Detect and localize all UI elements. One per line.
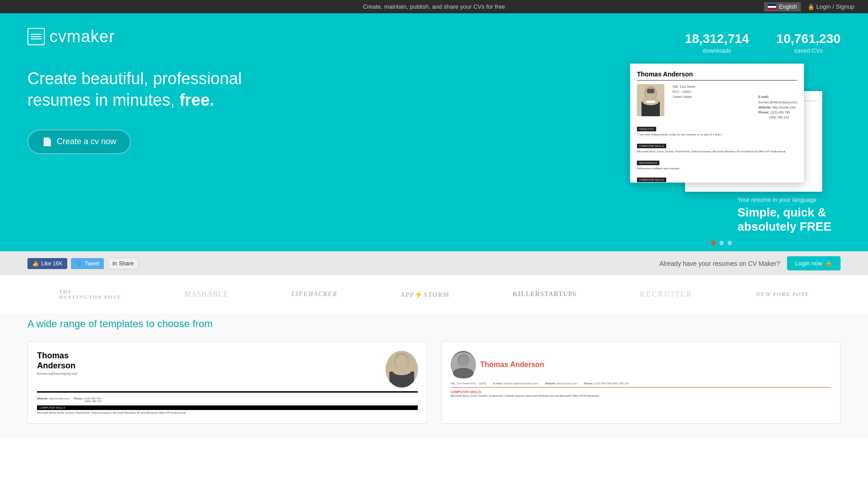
social-buttons: 👍 Like 16K 🐦 Tweet in Share <box>27 258 139 270</box>
logo-line-2 <box>31 36 42 37</box>
logo-line-3 <box>31 38 42 39</box>
cv-main-info: 956, 31st StreetNYC - 10001United States… <box>669 84 797 120</box>
flag-icon <box>768 4 776 10</box>
create-cv-button[interactable]: 📄 Create a cv now <box>27 129 131 154</box>
stat-downloads: 18,312,714 downloads <box>685 32 749 54</box>
logo-line-1 <box>31 34 42 35</box>
create-btn-icon: 📄 <box>42 137 52 147</box>
login-cta-text: Already have your resumes on CV Maker? <box>659 260 780 267</box>
hero-content: Create beautiful, professional resumes i… <box>27 68 841 245</box>
dot-2[interactable] <box>719 241 724 245</box>
login-signup-link[interactable]: 🔒 Login / Signup <box>808 3 854 10</box>
tpl2-phone-val: Phone: (123) 456 789 (456) 789 125 <box>584 382 629 385</box>
twitter-tweet-button[interactable]: 🐦 Tweet <box>71 258 104 269</box>
tpl2-name-area: Thomas Anderson <box>480 361 545 369</box>
facebook-icon: 👍 <box>32 260 39 267</box>
templates-title-highlight: templates <box>100 318 143 329</box>
linkedin-share-button[interactable]: in Share <box>108 258 139 270</box>
skills-bar: COMPUTER SKILLS <box>637 144 666 148</box>
cv-address: 956, 31st StreetNYC - 10001United States… <box>673 84 797 100</box>
svg-rect-16 <box>453 368 474 378</box>
press-recruiter: Recruiter <box>640 290 693 298</box>
cv-section-objective: OBJECTIVE “I can work independently usin… <box>637 124 797 137</box>
top-bar: Create, maintain, publish, and share you… <box>0 0 868 13</box>
templates-title-part2: to choose from <box>143 318 213 329</box>
press-lifehacker: lifehacker <box>291 291 337 298</box>
tpl2-section-label: COMPUTER SKILLS <box>451 390 831 394</box>
skills-text: Microsoft Word, Excel, Access, PowerPoin… <box>637 150 797 154</box>
linkedin-icon: in <box>113 260 117 267</box>
tpl1-email: thomas.a@thecompany.com <box>37 372 78 375</box>
tpl1-phone: Phone: (123) 456 789 (456) 789 125 <box>74 397 102 403</box>
dot-1[interactable] <box>711 241 716 245</box>
logo-icon <box>27 28 45 45</box>
tpl2-photo <box>451 351 476 378</box>
language-selector[interactable]: English <box>764 2 801 11</box>
dot-3[interactable] <box>728 241 732 245</box>
tagline-main: Simple, quick &absolutely FREE <box>738 205 831 234</box>
hero-headline: Create beautiful, professional resumes i… <box>27 68 256 111</box>
press-huffington-post: THEHUFFINGTON POST <box>59 289 121 300</box>
cv-section-computer: COMPUTER SKILLS Microsoft Word, Excel, A… <box>637 174 797 183</box>
templates-title: A wide range of templates to choose from <box>27 318 841 330</box>
templates-title-part1: A wide range of <box>27 318 100 329</box>
objective-bar: OBJECTIVE <box>637 127 656 131</box>
carousel-dots <box>711 241 741 245</box>
hero-left: Create beautiful, professional resumes i… <box>27 68 612 154</box>
tpl2-last-name: Anderson <box>510 361 545 368</box>
tpl2-website-val: Website: http://cvmkr.com <box>545 382 577 385</box>
login-cta: Already have your resumes on CV Maker? L… <box>659 256 841 270</box>
lock-icon-btn: 🔒 <box>825 260 832 267</box>
cv-photo <box>637 84 664 116</box>
tpl2-email-val: E-mail: thomas.a@thecompany.com <box>493 382 538 385</box>
tpl2-first-name: Thomas <box>480 361 508 368</box>
press-mashable: Mashable <box>184 290 228 298</box>
stats-area: 18,312,714 downloads 10,761,230 saved CV… <box>685 32 841 54</box>
logo-text: cvmaker <box>49 27 115 46</box>
tpl1-contact-row: Website: http://cvmkr.com Phone: (123) 4… <box>37 397 418 403</box>
tpl1-website: Website: http://cvmkr.com <box>37 397 69 403</box>
svg-rect-7 <box>647 89 654 93</box>
template-card-modern[interactable]: Thomas Anderson 956, 31st Street NYC - 1… <box>441 341 841 424</box>
templates-grid: ThomasAnderson thomas.a@thecompany.com W… <box>27 341 841 424</box>
press-killerstartups: KillerStartups <box>512 291 577 298</box>
cv-preview-area: Thomas Anderson E-mail: thomas@thecompan… <box>630 64 822 187</box>
tpl1-computer-bar: COMPUTER SKILLS <box>37 405 418 410</box>
cv-section-skills: COMPUTER SKILLS Microsoft Word, Excel, A… <box>637 140 797 154</box>
stat-downloads-label: downloads <box>703 47 731 54</box>
tpl2-computer-text: Microsoft Word, Excel, Access, PowerPoin… <box>451 394 831 397</box>
templates-section: A wide range of templates to choose from… <box>0 313 868 437</box>
cv-main-name: Thomas Anderson <box>637 70 797 81</box>
hero-header: cvmaker 18,312,714 downloads 10,761,230 … <box>27 27 841 54</box>
press-appstorm: app⚡storm <box>400 290 449 299</box>
hero-tagline: Your resume in your language Simple, qui… <box>738 196 831 234</box>
tpl2-header: Thomas Anderson <box>451 351 831 378</box>
tpl2-name: Thomas Anderson <box>480 361 545 369</box>
login-now-button[interactable]: Login now 🔒 <box>787 256 841 270</box>
objective-text: “I can work independently using my own i… <box>637 133 797 137</box>
computer-bar: COMPUTER SKILLS <box>637 178 666 182</box>
svg-point-15 <box>458 356 468 366</box>
social-bar: 👍 Like 16K 🐦 Tweet in Share Already have… <box>0 251 868 275</box>
cv-section-references: REFERENCES References available upon req… <box>637 157 797 171</box>
facebook-like-button[interactable]: 👍 Like 16K <box>27 258 67 269</box>
headline-free: free. <box>179 91 214 109</box>
stat-downloads-number: 18,312,714 <box>685 32 749 46</box>
svg-point-12 <box>393 367 411 375</box>
stat-saved-cvs: 10,761,230 saved CVs <box>776 32 841 54</box>
stat-saved-label: saved CVs <box>794 47 823 54</box>
press-bar: THEHUFFINGTON POST Mashable lifehacker a… <box>0 275 868 313</box>
template-card-classic[interactable]: ThomasAnderson thomas.a@thecompany.com W… <box>27 341 427 424</box>
tpl1-name: ThomasAnderson thomas.a@thecompany.com <box>37 351 78 375</box>
tpl2-address: 956, 31st Street NYC - 10001 <box>451 382 487 385</box>
tagline-sub: Your resume in your language <box>738 196 831 203</box>
lock-icon: 🔒 <box>808 4 814 10</box>
stat-saved-number: 10,761,230 <box>776 32 841 46</box>
tpl2-contact: 956, 31st Street NYC - 10001 E-mail: tho… <box>451 382 831 388</box>
twitter-icon: 🐦 <box>75 260 82 267</box>
tpl1-header: ThomasAnderson thomas.a@thecompany.com <box>37 351 418 393</box>
tpl1-computer-text: Microsoft Word, Excel, Access, PowerPoin… <box>37 411 418 414</box>
references-text: References available upon request. <box>637 167 797 171</box>
references-bar: REFERENCES <box>637 161 659 165</box>
tpl1-photo <box>386 351 418 388</box>
